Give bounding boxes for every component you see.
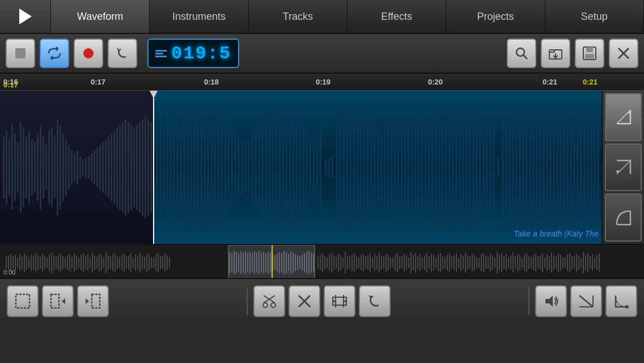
svg-rect-417 xyxy=(567,254,568,271)
svg-rect-339 xyxy=(390,257,391,268)
svg-rect-378 xyxy=(478,258,480,268)
svg-rect-419 xyxy=(571,256,573,269)
record-icon xyxy=(80,45,96,61)
svg-rect-128 xyxy=(380,130,383,204)
volume-button[interactable] xyxy=(535,285,567,317)
svg-rect-148 xyxy=(448,111,451,224)
svg-rect-391 xyxy=(508,257,509,268)
svg-rect-201 xyxy=(17,258,18,268)
play-icon xyxy=(19,9,32,24)
svg-rect-165 xyxy=(509,102,511,233)
tab-waveform[interactable]: Waveform xyxy=(51,0,150,33)
side-btn-2[interactable] xyxy=(605,143,642,192)
delete-button[interactable] xyxy=(289,285,320,317)
undo-bt-button[interactable] xyxy=(359,285,391,317)
svg-line-194 xyxy=(617,161,630,174)
svg-rect-416 xyxy=(565,258,566,268)
svg-rect-47 xyxy=(108,136,109,199)
svg-rect-214 xyxy=(46,258,48,268)
svg-line-192 xyxy=(617,110,630,124)
svg-rect-0 xyxy=(15,48,26,58)
svg-rect-233 xyxy=(90,257,91,268)
tab-tracks[interactable]: Tracks xyxy=(249,0,348,33)
search-button[interactable] xyxy=(507,39,536,68)
record-button[interactable] xyxy=(74,39,103,68)
open-button[interactable] xyxy=(541,39,570,68)
stop-icon xyxy=(12,45,28,61)
waveform-area[interactable]: Take a breath (Katy The xyxy=(0,91,644,244)
save-button[interactable] xyxy=(575,39,604,68)
svg-rect-307 xyxy=(317,256,319,269)
svg-rect-323 xyxy=(354,253,355,272)
corner-button[interactable] xyxy=(605,285,637,317)
fit-button[interactable] xyxy=(324,285,355,317)
tab-instruments[interactable]: Instruments xyxy=(150,0,248,33)
svg-rect-359 xyxy=(435,258,437,268)
svg-rect-108 xyxy=(309,133,311,201)
svg-rect-185 xyxy=(577,113,579,221)
svg-rect-186 xyxy=(580,119,582,216)
mini-timeline-bg xyxy=(0,245,644,278)
svg-rect-142 xyxy=(428,122,430,213)
tab-projects[interactable]: Projects xyxy=(446,0,545,33)
svg-rect-172 xyxy=(532,108,535,227)
svg-rect-110 xyxy=(316,128,318,207)
select-button[interactable] xyxy=(7,285,39,317)
svg-rect-312 xyxy=(329,254,330,271)
svg-rect-400 xyxy=(528,256,529,269)
svg-rect-411 xyxy=(553,255,554,270)
tab-setup[interactable]: Setup xyxy=(545,0,644,33)
svg-rect-356 xyxy=(429,256,430,269)
svg-rect-6 xyxy=(586,47,593,52)
svg-rect-34 xyxy=(71,150,73,184)
side-btn-1[interactable] xyxy=(605,93,642,141)
svg-line-452 xyxy=(579,296,593,307)
tab-effects[interactable]: Effects xyxy=(348,0,446,33)
ruler-current-right: 0:21 xyxy=(583,78,598,86)
svg-rect-106 xyxy=(302,125,304,210)
svg-rect-158 xyxy=(482,113,485,221)
svg-rect-343 xyxy=(399,256,400,269)
svg-rect-385 xyxy=(494,258,495,268)
svg-rect-181 xyxy=(563,116,565,218)
svg-rect-423 xyxy=(581,258,582,268)
svg-rect-30 xyxy=(60,125,61,210)
svg-rect-253 xyxy=(135,254,136,271)
fade-out-button[interactable] xyxy=(570,285,602,317)
svg-rect-67 xyxy=(170,116,172,218)
svg-rect-422 xyxy=(578,255,579,270)
svg-rect-57 xyxy=(136,125,138,210)
cut-button[interactable] xyxy=(253,285,285,317)
undo-bt-icon xyxy=(366,293,383,310)
close-button[interactable] xyxy=(609,39,638,68)
svg-rect-382 xyxy=(488,256,489,269)
svg-rect-234 xyxy=(92,252,93,273)
svg-rect-189 xyxy=(590,105,592,230)
mini-timeline[interactable]: 0:00 xyxy=(0,244,644,279)
svg-rect-90 xyxy=(248,139,250,196)
side-btn-3[interactable] xyxy=(605,193,642,242)
svg-rect-232 xyxy=(87,254,88,271)
top-navigation: Waveform Instruments Tracks Effects Proj… xyxy=(0,0,644,34)
svg-rect-85 xyxy=(231,128,233,207)
svg-rect-203 xyxy=(22,256,23,269)
ruler-current-left: 0:17 xyxy=(3,81,18,89)
select-left-button[interactable] xyxy=(42,285,74,317)
corner-top-right-icon xyxy=(612,105,635,128)
svg-rect-145 xyxy=(438,108,440,227)
svg-rect-252 xyxy=(133,258,134,268)
svg-rect-12 xyxy=(9,139,10,196)
track-label: Take a breath (Katy The xyxy=(514,229,599,238)
select-right-button[interactable] xyxy=(77,285,109,317)
svg-rect-211 xyxy=(40,256,41,269)
undo-button[interactable] xyxy=(108,39,137,68)
playhead[interactable] xyxy=(153,91,154,244)
svg-rect-146 xyxy=(442,105,444,230)
svg-rect-17 xyxy=(23,128,24,207)
svg-rect-393 xyxy=(512,252,514,273)
play-button[interactable] xyxy=(0,0,51,33)
undo-icon xyxy=(115,45,130,61)
corner-bottom-left-icon xyxy=(612,156,635,179)
loop-button[interactable] xyxy=(40,39,69,68)
stop-button[interactable] xyxy=(6,39,35,68)
